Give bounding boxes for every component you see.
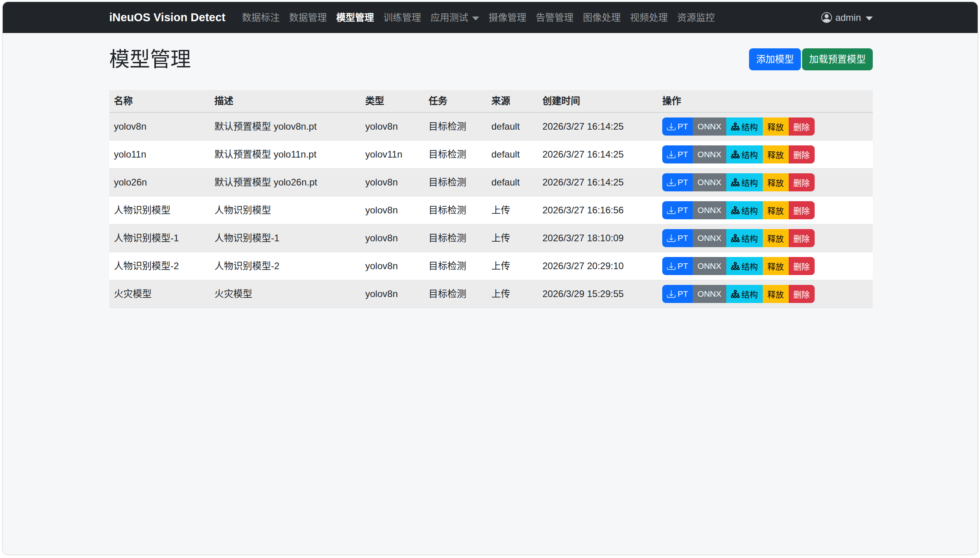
download-pt-button[interactable]: PT	[662, 285, 693, 303]
nav-link-label: 图像处理	[583, 11, 621, 25]
structure-button[interactable]: 结构	[726, 145, 763, 163]
release-button[interactable]: 释放	[763, 285, 789, 303]
load-preset-models-button[interactable]: 加载预置模型	[802, 48, 873, 70]
row-action-group: PT ONNX	[662, 257, 815, 275]
pt-label: PT	[678, 261, 688, 271]
structure-label: 结构	[742, 121, 758, 132]
cell-type: yolov8n	[361, 224, 424, 252]
nav-link-label: 视频处理	[630, 11, 668, 25]
structure-button[interactable]: 结构	[726, 201, 763, 219]
cell-created: 2026/3/27 16:14:25	[538, 169, 658, 196]
download-icon	[667, 150, 676, 159]
cell-actions: PT ONNX	[658, 280, 873, 308]
delete-button[interactable]: 删除	[789, 257, 815, 275]
download-pt-button[interactable]: PT	[662, 229, 693, 247]
cell-source: default	[487, 141, 538, 169]
delete-button[interactable]: 删除	[789, 229, 815, 247]
download-onnx-button[interactable]: ONNX	[693, 229, 726, 247]
release-button[interactable]: 释放	[763, 117, 789, 136]
diagram-icon	[731, 122, 740, 131]
table-header-row: 名称 描述 类型 任务 来源 创建时间 操作	[109, 90, 873, 112]
download-pt-button[interactable]: PT	[662, 117, 693, 136]
cell-created: 2026/3/27 16:14:25	[538, 141, 658, 169]
download-onnx-button[interactable]: ONNX	[693, 285, 726, 303]
release-button[interactable]: 释放	[763, 257, 789, 275]
delete-button[interactable]: 删除	[789, 201, 815, 219]
structure-label: 结构	[742, 149, 758, 160]
nav-item: 告警管理	[531, 8, 578, 27]
cell-name: yolo11n	[109, 141, 210, 169]
release-button[interactable]: 释放	[763, 173, 789, 191]
nav-menu: 数据标注 数据管理 模型管理 训练管理	[237, 8, 720, 27]
nav-link-0[interactable]: 数据标注	[237, 8, 284, 27]
release-button[interactable]: 释放	[763, 229, 789, 247]
nav-link-7[interactable]: 图像处理	[578, 8, 625, 27]
nav-link-2[interactable]: 模型管理	[332, 8, 379, 27]
download-onnx-button[interactable]: ONNX	[693, 145, 726, 163]
nav-link-4[interactable]: 应用测试	[426, 8, 484, 27]
cell-source: 上传	[487, 196, 538, 224]
nav-link-label: 摄像管理	[489, 11, 526, 25]
cell-description: 默认预置模型 yolov8n.pt	[210, 112, 361, 141]
cell-description: 默认预置模型 yolo11n.pt	[210, 141, 361, 169]
nav-link-3[interactable]: 训练管理	[379, 8, 426, 27]
cell-name: 人物识别模型	[109, 196, 210, 224]
structure-button[interactable]: 结构	[726, 257, 763, 275]
cell-name: 火灾模型	[109, 280, 210, 308]
release-button[interactable]: 释放	[763, 145, 789, 163]
models-table-wrap: 名称 描述 类型 任务 来源 创建时间 操作 yolov8n 默认预置模型	[109, 90, 873, 308]
nav-link-8[interactable]: 视频处理	[625, 8, 672, 27]
cell-name: 人物识别模型-2	[109, 252, 210, 280]
cell-name: yolov8n	[109, 112, 210, 141]
main-content: 模型管理 添加模型 加载预置模型 名称 描述 类型 任务 来源	[3, 33, 978, 308]
download-pt-button[interactable]: PT	[662, 201, 693, 219]
diagram-icon	[731, 150, 740, 159]
download-icon	[667, 178, 676, 187]
download-onnx-button[interactable]: ONNX	[693, 257, 726, 275]
col-header-source: 来源	[487, 90, 538, 112]
cell-description: 默认预置模型 yolo26n.pt	[210, 169, 361, 196]
row-action-group: PT ONNX	[662, 285, 815, 303]
pt-label: PT	[678, 233, 688, 243]
structure-label: 结构	[742, 232, 758, 244]
delete-button[interactable]: 删除	[789, 145, 815, 163]
cell-created: 2026/3/27 18:10:09	[538, 224, 658, 252]
cell-type: yolov11n	[361, 141, 424, 169]
nav-link-6[interactable]: 告警管理	[531, 8, 578, 27]
structure-button[interactable]: 结构	[726, 173, 763, 191]
download-onnx-button[interactable]: ONNX	[693, 117, 726, 136]
nav-link-1[interactable]: 数据管理	[284, 8, 332, 27]
delete-button[interactable]: 删除	[789, 285, 815, 303]
cell-task: 目标检测	[424, 112, 487, 141]
download-pt-button[interactable]: PT	[662, 257, 693, 275]
nav-link-5[interactable]: 摄像管理	[484, 8, 531, 27]
nav-link-9[interactable]: 资源监控	[672, 8, 720, 27]
add-model-button[interactable]: 添加模型	[749, 48, 801, 70]
download-pt-button[interactable]: PT	[662, 145, 693, 163]
table-row: yolo11n 默认预置模型 yolo11n.pt yolov11n 目标检测 …	[109, 141, 873, 169]
structure-label: 结构	[742, 176, 758, 188]
download-onnx-button[interactable]: ONNX	[693, 173, 726, 191]
cell-description: 人物识别模型-2	[210, 252, 361, 280]
col-header-actions: 操作	[658, 90, 873, 112]
nav-link-label: 资源监控	[677, 11, 715, 25]
cell-actions: PT ONNX	[658, 196, 873, 224]
cell-type: yolov8n	[361, 112, 424, 141]
download-onnx-button[interactable]: ONNX	[693, 201, 726, 219]
nav-dropdown-caret-icon	[472, 17, 479, 20]
col-header-task: 任务	[424, 90, 487, 112]
table-row: 人物识别模型-1 人物识别模型-1 yolov8n 目标检测 上传 2026/3…	[109, 224, 873, 252]
release-button[interactable]: 释放	[763, 201, 789, 219]
cell-task: 目标检测	[424, 280, 487, 308]
download-pt-button[interactable]: PT	[662, 173, 693, 191]
cell-actions: PT ONNX	[658, 169, 873, 196]
structure-button[interactable]: 结构	[726, 117, 763, 136]
user-menu[interactable]: admin	[821, 12, 873, 23]
col-header-type: 类型	[361, 90, 424, 112]
delete-button[interactable]: 删除	[789, 173, 815, 191]
structure-button[interactable]: 结构	[726, 285, 763, 303]
structure-button[interactable]: 结构	[726, 229, 763, 247]
row-action-group: PT ONNX	[662, 117, 815, 136]
delete-button[interactable]: 删除	[789, 117, 815, 136]
download-icon	[667, 206, 676, 215]
